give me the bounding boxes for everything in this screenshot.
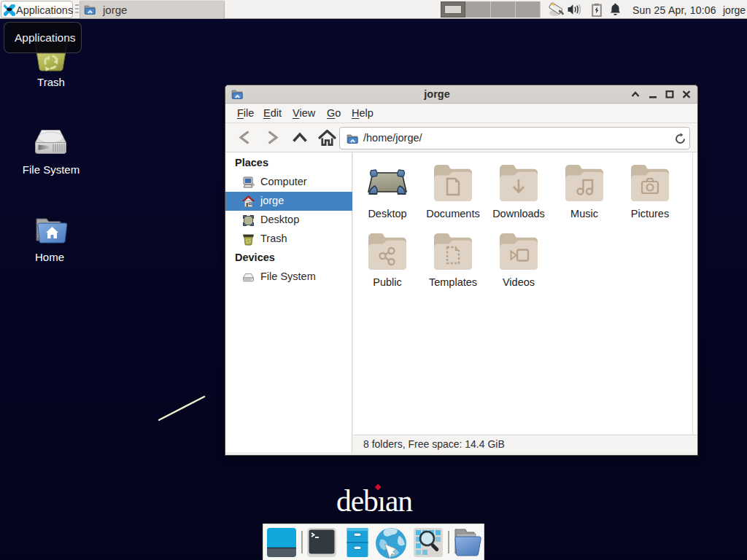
- svg-text:debıan: debıan: [336, 484, 413, 518]
